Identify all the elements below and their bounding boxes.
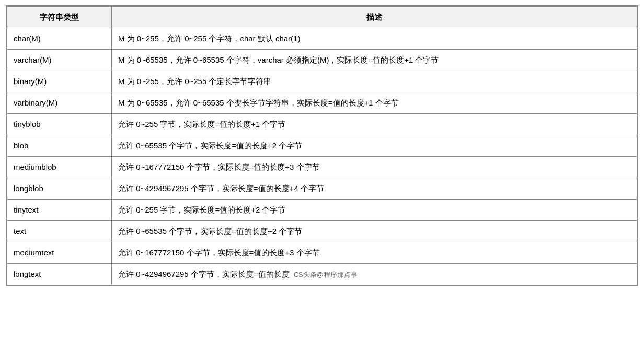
cell-description: 允许 0~167772150 个字节，实际长度=值的长度+3 个字节 (112, 157, 637, 178)
cell-type: longblob (7, 178, 112, 200)
cell-type: varbinary(M) (7, 92, 112, 114)
table-header-row: 字符串类型 描述 (7, 7, 637, 28)
table-row: char(M)M 为 0~255，允许 0~255 个字符，char 默认 ch… (7, 28, 637, 50)
cell-type: longtext (7, 264, 112, 285)
table-row: blob允许 0~65535 个字节，实际长度=值的长度+2 个字节 (7, 135, 637, 157)
table-row: binary(M)M 为 0~255，允许 0~255 个定长字节字符串 (7, 71, 637, 92)
col-header-type: 字符串类型 (7, 7, 112, 28)
table-row: varbinary(M)M 为 0~65535，允许 0~65535 个变长字节… (7, 92, 637, 114)
cell-type: blob (7, 135, 112, 157)
cell-description: 允许 0~255 字节，实际长度=值的长度+1 个字节 (112, 114, 637, 135)
table-row: text允许 0~65535 个字节，实际长度=值的长度+2 个字节 (7, 221, 637, 242)
cell-description: M 为 0~255，允许 0~255 个定长字节字符串 (112, 71, 637, 92)
cell-description: 允许 0~65535 个字节，实际长度=值的长度+2 个字节 (112, 221, 637, 242)
table-row: varchar(M)M 为 0~65535，允许 0~65535 个字符，var… (7, 50, 637, 71)
cell-description: M 为 0~65535，允许 0~65535 个字符，varchar 必须指定(… (112, 50, 637, 71)
watermark: CS头条@程序那点事 (294, 271, 358, 278)
table-row: longblob允许 0~4294967295 个字节，实际长度=值的长度+4 … (7, 178, 637, 200)
col-header-desc: 描述 (112, 7, 637, 28)
data-table: 字符串类型 描述 char(M)M 为 0~255，允许 0~255 个字符，c… (6, 5, 638, 286)
cell-type: mediumblob (7, 157, 112, 178)
table-row: tinyblob允许 0~255 字节，实际长度=值的长度+1 个字节 (7, 114, 637, 135)
cell-type: tinyblob (7, 114, 112, 135)
cell-description: 允许 0~167772150 个字节，实际长度=值的长度+3 个字节 (112, 242, 637, 264)
cell-type: tinytext (7, 200, 112, 221)
table-row: mediumblob允许 0~167772150 个字节，实际长度=值的长度+3… (7, 157, 637, 178)
table-row: tinytext允许 0~255 字节，实际长度=值的长度+2 个字节 (7, 200, 637, 221)
cell-description: M 为 0~65535，允许 0~65535 个变长字节字符串，实际长度=值的长… (112, 92, 637, 114)
cell-type: char(M) (7, 28, 112, 50)
cell-description: 允许 0~4294967295 个字节，实际长度=值的长度+4 个字节 (112, 178, 637, 200)
cell-type: varchar(M) (7, 50, 112, 71)
cell-type: text (7, 221, 112, 242)
cell-type: mediumtext (7, 242, 112, 264)
table-row: longtext允许 0~4294967295 个字节，实际长度=值的长度CS头… (7, 264, 637, 285)
cell-description: M 为 0~255，允许 0~255 个字符，char 默认 char(1) (112, 28, 637, 50)
cell-description: 允许 0~255 字节，实际长度=值的长度+2 个字节 (112, 200, 637, 221)
table-row: mediumtext允许 0~167772150 个字节，实际长度=值的长度+3… (7, 242, 637, 264)
cell-description: 允许 0~4294967295 个字节，实际长度=值的长度CS头条@程序那点事 (112, 264, 637, 285)
cell-type: binary(M) (7, 71, 112, 92)
cell-description: 允许 0~65535 个字节，实际长度=值的长度+2 个字节 (112, 135, 637, 157)
